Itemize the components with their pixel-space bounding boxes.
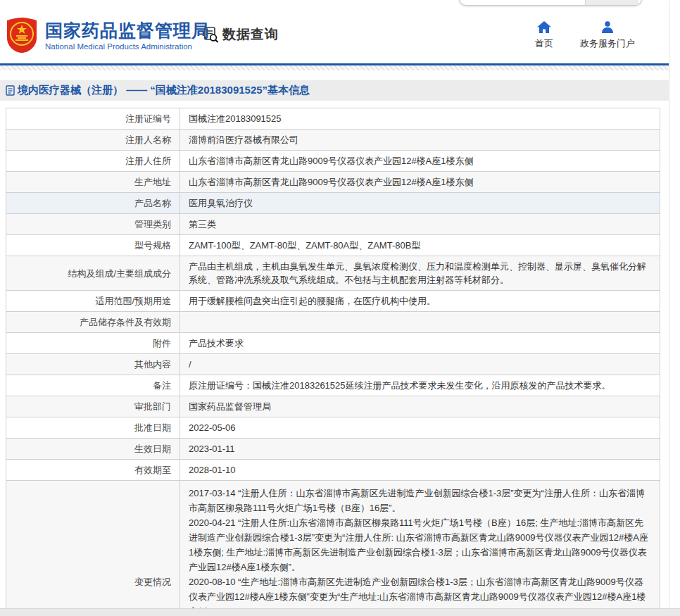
row-value: 原注册证编号：国械注准20183261525延续注册产品技术要求未发生变化，沿用… xyxy=(180,375,660,396)
org-name-cn: 国家药品监督管理局 xyxy=(45,20,210,40)
row-label: 生产地址 xyxy=(6,172,180,193)
row-label: 型号规格 xyxy=(6,235,180,256)
row-value: 山东省淄博市高新区青龙山路9009号仪器仪表产业园12#楼A座1楼东侧 xyxy=(180,151,660,172)
row-label: 变更情况 xyxy=(6,481,180,616)
search-button[interactable] xyxy=(585,0,638,5)
row-value: 产品技术要求 xyxy=(180,333,660,354)
row-label: 产品名称 xyxy=(6,193,180,214)
row-label: 注册人名称 xyxy=(6,130,180,151)
row-label: 适用范围/预期用途 xyxy=(6,291,180,312)
national-emblem-logo xyxy=(6,17,38,54)
home-icon xyxy=(537,21,551,33)
table-row: 适用范围/预期用途用于缓解腰椎间盘突出症引起的腰腿痛，在医疗机构中使用。 xyxy=(6,291,660,312)
table-row: 有效期至2028-01-10 xyxy=(6,460,660,481)
table-row: 其他内容/ xyxy=(6,354,660,375)
page-title: 境内医疗器械（注册） —— “国械注准20183091525”基本信息 xyxy=(18,84,310,97)
brand-text: 国家药品监督管理局 National Medical Products Admi… xyxy=(45,20,210,51)
row-label: 其他内容 xyxy=(6,354,180,375)
document-icon xyxy=(6,85,15,96)
row-value: 山东省淄博市高新区青龙山路9009号仪器仪表产业园12#楼A座1楼东侧 xyxy=(180,172,660,193)
row-label: 注册证编号 xyxy=(6,108,180,130)
row-value: 用于缓解腰椎间盘突出症引起的腰腿痛，在医疗机构中使用。 xyxy=(180,291,660,312)
row-value: 2023-01-11 xyxy=(180,439,660,460)
nav-home[interactable]: 首页 xyxy=(535,21,553,50)
row-label: 产品储存条件及有效期 xyxy=(6,312,180,333)
table-row: 注册人名称淄博前沿医疗器械有限公司 xyxy=(6,130,660,151)
row-label: 有效期至 xyxy=(6,460,180,481)
table-row: 注册证编号国械注准20183091525 xyxy=(6,108,660,130)
table-row: 注册人住所山东省淄博市高新区青龙山路9009号仪器仪表产业园12#楼A座1楼东侧 xyxy=(6,151,660,172)
table-row: 附件产品技术要求 xyxy=(6,333,660,354)
row-value: 医用臭氧治疗仪 xyxy=(180,193,660,214)
site-brand: 国家药品监督管理局 National Medical Products Admi… xyxy=(6,17,210,54)
table-row: 备注原注册证编号：国械注准20183261525延续注册产品技术要求未发生变化，… xyxy=(6,375,660,396)
row-value: 第三类 xyxy=(180,214,660,235)
row-label: 管理类别 xyxy=(6,214,180,235)
table-row: 结构及组成/主要组成成分产品由主机组成，主机由臭氧发生单元、臭氧浓度检测仪、压力… xyxy=(6,256,660,291)
data-query-icon xyxy=(203,26,220,43)
row-value: 2022-05-06 xyxy=(180,417,660,439)
table-row: 型号规格ZAMT-100型、ZAMT-80型、ZAMT-80A型、ZAMT-80… xyxy=(6,235,660,256)
org-name-en: National Medical Products Administration xyxy=(45,42,210,51)
table-row: 审批部门国家药品监督管理局 xyxy=(6,396,660,417)
nav-home-label: 首页 xyxy=(535,37,553,50)
row-label: 审批部门 xyxy=(6,396,180,417)
table-row: 管理类别第三类 xyxy=(6,214,660,235)
row-value xyxy=(180,312,660,333)
row-value: / xyxy=(180,354,660,375)
nav-portal-label: 政务服务门户 xyxy=(580,37,635,50)
row-value: 淄博前沿医疗器械有限公司 xyxy=(180,130,660,151)
site-header: 国家药品监督管理局 National Medical Products Admi… xyxy=(0,0,669,63)
row-label: 备注 xyxy=(6,375,180,396)
nav-portal[interactable]: 政务服务门户 xyxy=(580,21,635,50)
row-label: 结构及组成/主要组成成分 xyxy=(6,256,180,291)
table-row: 产品储存条件及有效期 xyxy=(6,312,660,333)
row-label: 生效日期 xyxy=(6,439,180,460)
row-value: 2028-01-10 xyxy=(180,460,660,481)
table-row-change-history: 变更情况2017-03-14 “注册人住所：山东省淄博市高新区先进制造产业创新园… xyxy=(6,481,660,616)
registration-info-table: 注册证编号国械注准20183091525 注册人名称淄博前沿医疗器械有限公司 注… xyxy=(6,108,660,616)
table-row: 批准日期2022-05-06 xyxy=(6,417,660,439)
hatch-band xyxy=(0,65,669,70)
row-label: 附件 xyxy=(6,333,180,354)
page-container: 国家药品监督管理局 National Medical Products Admi… xyxy=(0,0,669,616)
change-history-value: 2017-03-14 “注册人住所：山东省淄博市高新区先进制造产业创新园综合楼1… xyxy=(180,481,660,616)
user-icon xyxy=(601,21,614,33)
row-value: ZAMT-100型、ZAMT-80型、ZAMT-80A型、ZAMT-80B型 xyxy=(180,235,660,256)
table-row: 生效日期2023-01-11 xyxy=(6,439,660,460)
search-box-partial[interactable] xyxy=(459,0,642,6)
row-label: 批准日期 xyxy=(6,417,180,439)
table-row: 生产地址山东省淄博市高新区青龙山路9009号仪器仪表产业园12#楼A座1楼东侧 xyxy=(6,172,660,193)
data-query-label: 数据查询 xyxy=(222,25,279,44)
data-query-tab[interactable]: 数据查询 xyxy=(203,25,279,44)
page-title-bar: 境内医疗器械（注册） —— “国械注准20183091525”基本信息 xyxy=(0,80,669,101)
row-value: 产品由主机组成，主机由臭氧发生单元、臭氧浓度检测仪、压力和温度检测单元、控制器、… xyxy=(180,256,660,291)
footer-band xyxy=(0,608,680,616)
row-value: 国家药品监督管理局 xyxy=(180,396,660,417)
table-row-highlighted: 产品名称医用臭氧治疗仪 xyxy=(6,193,660,214)
top-nav: 首页 政务服务门户 xyxy=(535,21,635,50)
row-label: 注册人住所 xyxy=(6,151,180,172)
row-value: 国械注准20183091525 xyxy=(180,108,660,130)
